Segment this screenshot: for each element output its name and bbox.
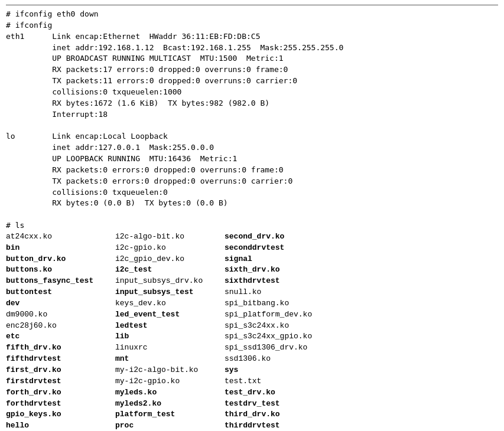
list-item: helloprocthirddrvtest xyxy=(6,420,312,431)
ls-col2: myleds.ko xyxy=(115,387,225,399)
terminal-output: # ifconfig eth0 down # ifconfig eth1 Lin… xyxy=(6,5,498,431)
ls-col2: i2c-gpio.ko xyxy=(115,243,225,254)
list-item: firstdrvtestmy-i2c-gpio.kotest.txt xyxy=(6,376,312,387)
ls-col3: snull.ko xyxy=(225,287,312,298)
list-item: at24cxx.koi2c-algo-bit.kosecond_drv.ko xyxy=(6,231,312,243)
list-item: buttons_fasync_testinput_subsys_drv.kosi… xyxy=(6,276,312,287)
ls-output: at24cxx.koi2c-algo-bit.kosecond_drv.kobi… xyxy=(6,231,312,431)
ls-col1: first_drv.ko xyxy=(6,365,115,376)
ls-col3: testdrv_test xyxy=(225,399,312,410)
ls-col1: gpio_keys.ko xyxy=(6,409,115,420)
ls-col3: sys xyxy=(225,365,312,376)
ls-col1: bin xyxy=(6,243,115,254)
ls-col2: i2c-algo-bit.ko xyxy=(115,231,225,243)
ls-col2: led_event_test xyxy=(115,309,225,321)
list-item: first_drv.komy-i2c-algo-bit.kosys xyxy=(6,365,312,376)
ls-col2: my-i2c-algo-bit.ko xyxy=(115,365,225,376)
terminal-text: # ifconfig eth0 down # ifconfig eth1 Lin… xyxy=(6,9,498,231)
ls-col2: ledtest xyxy=(115,321,225,332)
list-item: bini2c-gpio.koseconddrvtest xyxy=(6,243,312,254)
ls-col3: spi_ssd1306_drv.ko xyxy=(225,342,312,354)
ls-col2: lib xyxy=(115,331,225,342)
ls-col3: test_drv.ko xyxy=(225,387,312,399)
ls-col3: second_drv.ko xyxy=(225,231,312,243)
ls-col1: forth_drv.ko xyxy=(6,387,115,399)
list-item: fifthdrvtestmntssd1306.ko xyxy=(6,354,312,365)
top-divider xyxy=(6,5,498,5)
ls-col2: input_subsys_drv.ko xyxy=(115,276,225,287)
ls-col1: enc28j60.ko xyxy=(6,321,115,332)
list-item: buttons.koi2c_testsixth_drv.ko xyxy=(6,265,312,276)
ls-col3: signal xyxy=(225,254,312,265)
ls-col2: myleds2.ko xyxy=(115,399,225,410)
ls-col3: spi_platform_dev.ko xyxy=(225,309,312,321)
ls-col2: proc xyxy=(115,420,225,431)
ls-col1: etc xyxy=(6,331,115,342)
ls-col2: linuxrc xyxy=(115,342,225,354)
ls-col1: hello xyxy=(6,420,115,431)
list-item: etclibspi_s3c24xx_gpio.ko xyxy=(6,331,312,342)
ls-col2: my-i2c-gpio.ko xyxy=(115,376,225,387)
ls-col3: seconddrvtest xyxy=(225,243,312,254)
ls-col1: buttontest xyxy=(6,287,115,298)
list-item: forth_drv.komyleds.kotest_drv.ko xyxy=(6,387,312,399)
ls-col2: i2c_test xyxy=(115,265,225,276)
ls-col2: mnt xyxy=(115,354,225,365)
ls-col3: sixthdrvtest xyxy=(225,276,312,287)
list-item: enc28j60.koledtestspi_s3c24xx.ko xyxy=(6,321,312,332)
ls-col1: firstdrvtest xyxy=(6,376,115,387)
ls-col1: fifth_drv.ko xyxy=(6,342,115,354)
ls-col2: i2c_gpio_dev.ko xyxy=(115,254,225,265)
ls-col1: buttons.ko xyxy=(6,265,115,276)
ls-col3: ssd1306.ko xyxy=(225,354,312,365)
ls-col1: button_drv.ko xyxy=(6,254,115,265)
list-item: buttontestinput_subsys_testsnull.ko xyxy=(6,287,312,298)
list-item: fifth_drv.kolinuxrcspi_ssd1306_drv.ko xyxy=(6,342,312,354)
list-item: forthdrvtestmyleds2.kotestdrv_test xyxy=(6,399,312,410)
ls-col3: spi_s3c24xx.ko xyxy=(225,321,312,332)
ls-col1: dm9000.ko xyxy=(6,309,115,321)
ls-col3: sixth_drv.ko xyxy=(225,265,312,276)
ls-col1: buttons_fasync_test xyxy=(6,276,115,287)
ls-col3: spi_bitbang.ko xyxy=(225,298,312,309)
ls-col1: at24cxx.ko xyxy=(6,231,115,243)
ls-col2: input_subsys_test xyxy=(115,287,225,298)
list-item: gpio_keys.koplatform_testthird_drv.ko xyxy=(6,409,312,420)
ls-col3: thirddrvtest xyxy=(225,420,312,431)
list-item: button_drv.koi2c_gpio_dev.kosignal xyxy=(6,254,312,265)
ls-col1: dev xyxy=(6,298,115,309)
list-item: devkeys_dev.kospi_bitbang.ko xyxy=(6,298,312,309)
ls-col3: test.txt xyxy=(225,376,312,387)
ls-col3: spi_s3c24xx_gpio.ko xyxy=(225,331,312,342)
ls-col3: third_drv.ko xyxy=(225,409,312,420)
list-item: dm9000.koled_event_testspi_platform_dev.… xyxy=(6,309,312,321)
ls-col2: keys_dev.ko xyxy=(115,298,225,309)
ls-col1: fifthdrvtest xyxy=(6,354,115,365)
ls-col2: platform_test xyxy=(115,409,225,420)
ls-col1: forthdrvtest xyxy=(6,399,115,410)
